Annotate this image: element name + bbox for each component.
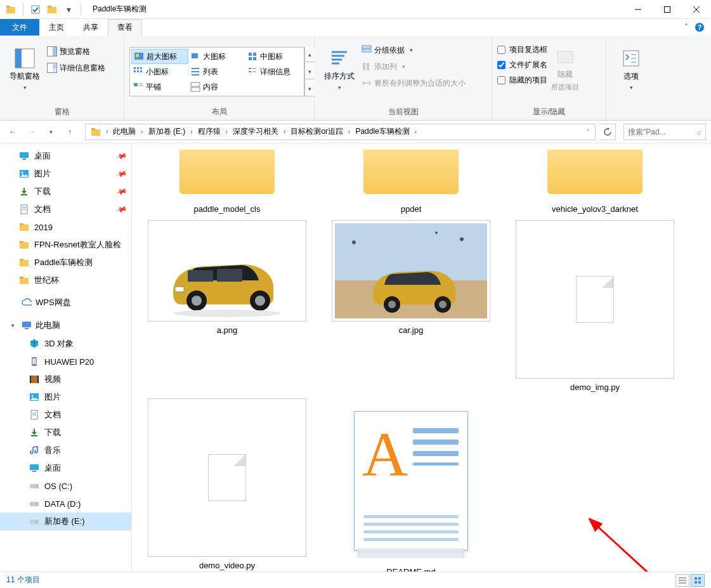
sidebar-item[interactable]: 下载 [0,424,131,441]
back-button[interactable]: ← [5,124,20,140]
breadcrumb-1[interactable]: 新加卷 (E:) [146,124,188,140]
sidebar-item[interactable]: 世纪杯 [0,271,131,289]
breadcrumb-3[interactable]: 深度学习相关 [230,124,281,140]
svg-rect-28 [140,67,142,69]
downloads-icon [19,186,29,197]
layout-list[interactable]: 列表 [188,64,245,79]
folder-icon[interactable] [4,3,18,16]
layout-content[interactable]: 内容 [188,79,245,95]
file-item[interactable]: paddle_model_cls [138,150,316,214]
search-box[interactable]: ⌕ [623,124,706,140]
collapse-ribbon-icon[interactable]: ˄ [684,23,688,32]
qat-folder2-icon[interactable] [45,3,59,16]
details-view-button[interactable] [675,574,689,587]
file-item[interactable]: car.jpg [322,220,500,392]
file-name: ppdet [401,200,422,214]
nav-sidebar[interactable]: 桌面📌图片📌下载📌文档📌2019FPN-Resnet教室人脸检Paddle车辆检… [0,143,132,572]
maximize-button[interactable] [653,0,682,19]
disk-icon [29,516,39,526]
sidebar-item[interactable]: 图片 [0,388,131,406]
ribbon-tabs: 文件 主页 共享 查看 ˄ ? [0,19,711,36]
file-ext-option[interactable]: 文件扩展名 [497,57,547,72]
fit-columns-button[interactable]: 将所有列调整为合适的大小 [359,75,468,91]
nav-pane-icon [15,48,35,69]
tab-home[interactable]: 主页 [39,19,74,36]
file-area[interactable]: paddle_model_clsppdetvehicle_yolov3_dark… [132,143,711,572]
file-name: a.png [217,322,238,335]
sidebar-item[interactable]: 2019 [0,218,131,236]
sidebar-item[interactable]: 视频 [0,370,131,388]
breadcrumb-4[interactable]: 目标检测or追踪 [288,124,346,140]
music-icon [29,445,39,455]
svg-rect-1 [6,6,10,8]
sidebar-item[interactable]: 文档📌 [0,200,131,218]
hide-selected-button[interactable]: 隐藏所选项目 [547,38,583,100]
sidebar-item[interactable]: OS (C:) [0,477,131,495]
sidebar-item[interactable]: 下载📌 [0,183,131,200]
file-item[interactable]: demo_video.py [138,398,316,572]
layout-tile[interactable]: 平铺 [131,79,188,95]
forward-button[interactable]: → [24,124,39,140]
layout-xl[interactable]: 超大图标 [131,49,188,64]
minimize-button[interactable] [623,0,653,19]
qat-dropdown-icon[interactable]: ▾ [62,3,75,16]
help-icon[interactable]: ? [695,22,705,32]
svg-rect-97 [188,270,213,282]
options-button[interactable]: 选项▾ [611,38,651,100]
file-item[interactable]: vehicle_yolov3_darknet [506,150,684,214]
tab-view[interactable]: 查看 [108,19,142,36]
sidebar-item[interactable]: HUAWEI P20 [0,353,131,370]
sidebar-item[interactable]: 新加卷 (E:) [0,513,131,530]
up-button[interactable]: ↑ [62,124,77,140]
sort-button[interactable]: 排序方式▾ [320,38,359,100]
icons-view-button[interactable] [691,574,705,587]
file-item[interactable]: a.png [138,220,316,392]
tab-share[interactable]: 共享 [74,19,108,36]
sidebar-item[interactable]: 文档 [0,406,131,424]
sidebar-item[interactable]: 音乐 [0,441,131,459]
breadcrumb-5[interactable]: Paddle车辆检测 [353,124,412,140]
sidebar-wps[interactable]: WPS网盘 [0,293,131,312]
search-input[interactable] [628,127,697,136]
hidden-items-option[interactable]: 隐藏的项目 [497,72,547,88]
sidebar-item[interactable]: 3D 对象 [0,335,131,353]
layout-detail[interactable]: 详细信息 [245,64,303,79]
sidebar-item[interactable]: 桌面📌 [0,147,131,165]
svg-rect-25 [253,57,256,60]
sidebar-this-pc[interactable]: ▾此电脑 [0,316,131,335]
history-dropdown-icon[interactable]: ▾ [43,124,58,140]
layout-m[interactable]: 中图标 [245,49,303,64]
item-checkbox-option[interactable]: 项目复选框 [497,42,547,57]
svg-rect-20 [136,54,139,57]
tab-file[interactable]: 文件 [0,19,39,36]
sidebar-item[interactable]: FPN-Resnet教室人脸检 [0,236,131,254]
breadcrumb-2[interactable]: 程序猿 [195,124,223,140]
nav-pane-button[interactable]: 导航窗格 ▾ [5,38,44,100]
details-pane-button[interactable]: 详细信息窗格 [44,60,108,76]
status-bar: 11 个项目 [0,572,711,588]
close-button[interactable] [682,0,711,19]
svg-rect-75 [22,322,31,327]
svg-rect-23 [253,53,256,56]
breadcrumb-root-icon[interactable] [88,124,103,140]
preview-pane-button[interactable]: 预览窗格 [44,43,108,60]
sidebar-item[interactable]: DATA (D:) [0,495,131,513]
sidebar-item[interactable]: 桌面 [0,459,131,477]
layout-gallery[interactable]: 超大图标 大图标 中图标 小图标 列表 详细信息 平铺 内容 [129,47,304,96]
add-column-button[interactable]: 添加列▾ [359,58,468,75]
search-icon: ⌕ [697,127,701,136]
layout-s[interactable]: 小图标 [131,64,188,79]
file-item[interactable]: ppdet [322,150,500,214]
breadcrumb-0[interactable]: 此电脑 [110,124,138,140]
group-by-button[interactable]: 分组依据▾ [359,42,468,58]
qat-checkbox-icon[interactable] [29,3,42,16]
svg-rect-2 [32,6,39,13]
refresh-button[interactable] [599,124,616,140]
sidebar-item[interactable]: 图片📌 [0,165,131,183]
file-item[interactable]: demo_img.py [506,220,684,392]
layout-l[interactable]: 大图标 [188,49,245,64]
file-item[interactable]: AREADME.md [322,398,500,572]
sidebar-item[interactable]: Paddle车辆检测 [0,254,131,271]
svg-rect-88 [30,464,39,470]
breadcrumb[interactable]: › 此电脑›新加卷 (E:)›程序猿›深度学习相关›目标检测or追踪›Paddl… [85,124,596,140]
